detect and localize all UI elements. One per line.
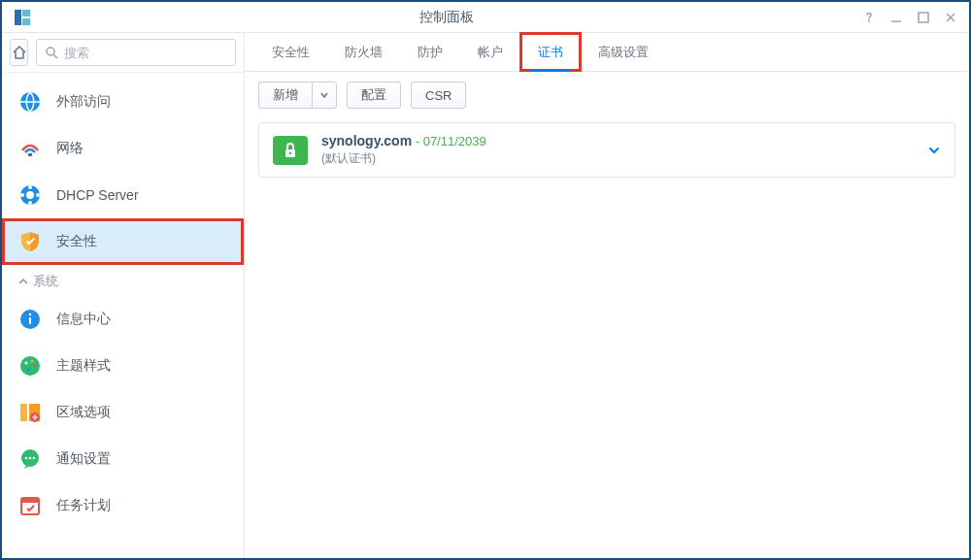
sidebar-list: 外部访问 网络 DHCP Server [2, 73, 244, 558]
svg-rect-4 [919, 13, 928, 22]
help-icon[interactable] [862, 11, 876, 24]
svg-rect-16 [29, 317, 31, 324]
sidebar-group-system[interactable]: 系统 [2, 265, 244, 296]
tab-advanced[interactable]: 高级设置 [581, 33, 666, 71]
body: 外部访问 网络 DHCP Server [2, 33, 969, 558]
svg-point-5 [47, 48, 54, 55]
certificate-domain: synology.com [321, 133, 412, 148]
sidebar-item-theme[interactable]: 主题样式 [2, 343, 244, 389]
search-icon [45, 46, 58, 59]
sidebar-item-label: 通知设置 [56, 450, 111, 468]
sidebar-item-region[interactable]: 区域选项 [2, 389, 244, 436]
tab-certificate[interactable]: 证书 [520, 33, 581, 71]
shield-icon [17, 229, 43, 254]
titlebar: 控制面板 [2, 2, 969, 33]
sidebar-item-label: 外部访问 [56, 93, 111, 111]
globe-icon [17, 89, 43, 115]
search-box[interactable] [36, 39, 236, 66]
svg-rect-2 [22, 18, 30, 25]
svg-point-13 [20, 193, 24, 197]
svg-rect-31 [21, 498, 39, 503]
svg-point-27 [25, 457, 28, 460]
main: 安全性 防火墙 防护 帐户 证书 高级设置 新增 配置 CSR [245, 33, 969, 558]
svg-point-17 [29, 313, 32, 316]
sidebar-item-label: 主题样式 [56, 357, 111, 375]
network-icon [17, 136, 43, 161]
chevron-up-icon [17, 276, 33, 287]
svg-point-18 [20, 356, 40, 376]
tab-protection[interactable]: 防护 [400, 33, 460, 71]
chevron-down-icon [927, 144, 941, 157]
palette-icon [17, 353, 43, 379]
certificate-texts: synology.com - 07/11/2039 (默认证书) [321, 133, 920, 167]
sidebar-item-external-access[interactable]: 外部访问 [2, 79, 244, 125]
maximize-button[interactable] [917, 11, 930, 24]
sidebar-item-label: 安全性 [56, 233, 97, 250]
region-icon [17, 400, 43, 425]
svg-point-22 [27, 369, 30, 372]
svg-point-14 [36, 193, 40, 197]
svg-point-10 [26, 191, 34, 199]
sidebar-item-dhcp[interactable]: DHCP Server [2, 172, 244, 218]
calendar-icon [17, 493, 43, 518]
window-title: 控制面板 [31, 9, 862, 26]
svg-rect-23 [20, 404, 27, 421]
sidebar-item-notification[interactable]: 通知设置 [2, 436, 244, 482]
sidebar-item-security[interactable]: 安全性 [2, 218, 244, 265]
titlebar-controls [862, 11, 957, 24]
chevron-down-icon [320, 91, 328, 99]
sidebar-group-label: 系统 [33, 273, 58, 290]
csr-button[interactable]: CSR [411, 82, 466, 109]
svg-point-29 [33, 457, 36, 460]
new-button-group: 新增 [258, 82, 337, 109]
home-icon [12, 45, 27, 60]
control-panel-window: 控制面板 [0, 0, 971, 560]
tabs: 安全性 防火墙 防护 帐户 证书 高级设置 [245, 33, 969, 72]
tab-security[interactable]: 安全性 [254, 33, 327, 71]
svg-point-11 [28, 185, 32, 189]
sidebar-item-label: 任务计划 [56, 497, 111, 514]
sidebar-item-label: 区域选项 [56, 404, 111, 421]
config-button[interactable]: 配置 [347, 82, 401, 109]
sidebar-item-network[interactable]: 网络 [2, 125, 244, 172]
svg-point-21 [34, 365, 37, 368]
certificate-default-label: (默认证书) [321, 150, 920, 167]
lock-icon [273, 136, 308, 165]
new-dropdown-button[interactable] [312, 82, 337, 109]
info-icon [17, 307, 43, 332]
svg-point-28 [29, 457, 32, 460]
svg-point-12 [28, 201, 32, 205]
svg-rect-8 [28, 153, 32, 156]
sidebar-item-label: 信息中心 [56, 311, 111, 328]
sidebar-top [2, 33, 244, 73]
minimize-button[interactable] [889, 11, 903, 24]
toolbar: 新增 配置 CSR [245, 72, 969, 118]
search-input[interactable] [64, 46, 227, 60]
certificate-expiry: - 07/11/2039 [416, 134, 486, 148]
svg-line-6 [53, 54, 57, 58]
svg-point-33 [289, 151, 292, 154]
certificate-card[interactable]: synology.com - 07/11/2039 (默认证书) [258, 122, 955, 178]
sidebar: 外部访问 网络 DHCP Server [2, 33, 245, 558]
app-icon [14, 9, 31, 26]
svg-rect-1 [22, 10, 30, 16]
new-button[interactable]: 新增 [258, 82, 312, 109]
svg-rect-0 [15, 10, 21, 25]
svg-point-19 [25, 362, 28, 365]
sidebar-item-label: 网络 [56, 140, 84, 157]
tab-firewall[interactable]: 防火墙 [327, 33, 400, 71]
svg-point-20 [31, 360, 34, 363]
sidebar-item-task-scheduler[interactable]: 任务计划 [2, 482, 244, 529]
home-button[interactable] [10, 39, 28, 66]
sidebar-item-info-center[interactable]: 信息中心 [2, 296, 244, 343]
close-button[interactable] [944, 11, 957, 24]
sidebar-item-label: DHCP Server [56, 187, 139, 203]
dhcp-icon [17, 182, 43, 208]
chat-icon [17, 446, 43, 472]
tab-account[interactable]: 帐户 [460, 33, 520, 71]
